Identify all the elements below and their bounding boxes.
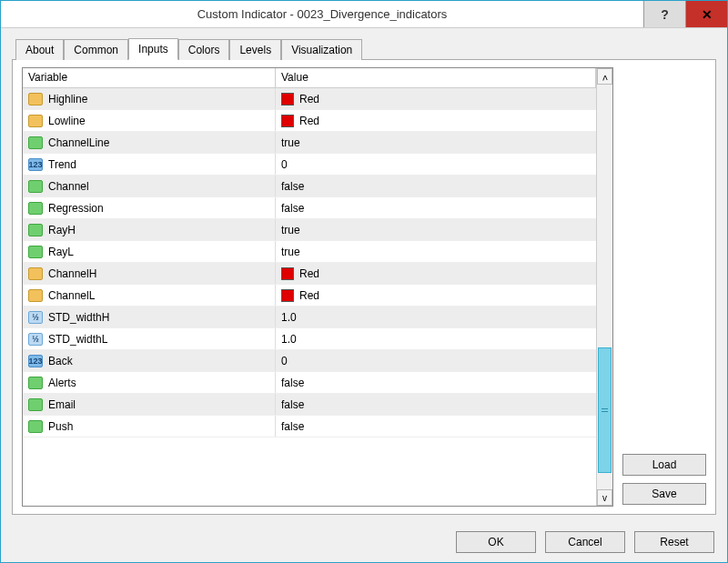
value-cell[interactable]: true <box>276 219 596 240</box>
scroll-track[interactable] <box>597 85 612 489</box>
value-cell[interactable]: false <box>276 372 596 393</box>
table-row[interactable]: 123Back0 <box>23 350 596 372</box>
variable-cell: RayH <box>23 219 276 240</box>
variable-name: Regression <box>48 202 104 215</box>
color-swatch-icon <box>281 93 294 106</box>
color-type-icon <box>28 115 43 127</box>
table-row[interactable]: Pushfalse <box>23 416 596 437</box>
cancel-button[interactable]: Cancel <box>545 531 625 553</box>
value-text: Red <box>299 267 319 280</box>
dialog-body: About Common Inputs Colors Levels Visual… <box>1 28 727 522</box>
variable-name: ChannelL <box>48 289 95 302</box>
scroll-thumb[interactable] <box>598 347 612 473</box>
table-row[interactable]: Emailfalse <box>23 394 596 416</box>
variable-name: RayH <box>48 224 76 236</box>
bool-type-icon <box>28 136 43 149</box>
dialog-footer: OK Cancel Reset <box>1 522 727 562</box>
int-type-icon: 123 <box>28 158 43 171</box>
value-cell[interactable]: false <box>276 176 596 196</box>
column-header-value[interactable]: Value <box>276 68 596 87</box>
variable-cell: ChannelLine <box>23 132 276 153</box>
scroll-up-arrow-icon[interactable]: ʌ <box>597 68 612 85</box>
reset-button[interactable]: Reset <box>634 531 714 553</box>
variable-cell: 123Trend <box>23 154 276 175</box>
value-cell[interactable]: false <box>276 394 596 415</box>
ok-button[interactable]: OK <box>456 531 536 553</box>
value-cell[interactable]: Red <box>276 110 596 131</box>
variable-cell: Regression <box>23 197 276 218</box>
inputs-grid-wrap: Variable Value HighlineRedLowlineRedChan… <box>22 67 613 507</box>
variable-cell: ½STD_widthL <box>23 328 276 349</box>
table-row[interactable]: ChannelLinetrue <box>23 132 596 154</box>
inputs-grid: Variable Value HighlineRedLowlineRedChan… <box>22 67 613 507</box>
value-cell[interactable]: 1.0 <box>276 307 596 327</box>
color-swatch-icon <box>281 267 294 280</box>
scroll-down-arrow-icon[interactable]: v <box>597 489 612 506</box>
close-button[interactable]: ✕ <box>685 1 727 27</box>
value-text: 0 <box>281 355 288 367</box>
value-cell[interactable]: 1.0 <box>276 328 596 349</box>
help-button[interactable]: ? <box>643 1 685 27</box>
tab-inputs[interactable]: Inputs <box>128 38 178 60</box>
bool-type-icon <box>28 246 43 258</box>
color-type-icon <box>28 267 43 280</box>
tab-common[interactable]: Common <box>64 39 128 60</box>
window-title: Custom Indicator - 0023_Divergence_indic… <box>1 7 643 21</box>
load-button[interactable]: Load <box>622 454 706 476</box>
table-row[interactable]: Regressionfalse <box>23 197 596 219</box>
value-text: false <box>281 420 304 433</box>
variable-name: Email <box>48 398 76 411</box>
value-cell[interactable]: false <box>276 197 596 218</box>
variable-name: Push <box>48 420 73 433</box>
tab-colors[interactable]: Colors <box>178 39 230 60</box>
color-type-icon <box>28 93 43 106</box>
variable-cell: 123Back <box>23 350 276 371</box>
vertical-scrollbar[interactable]: ʌ v <box>596 68 612 506</box>
value-cell[interactable]: Red <box>276 88 596 109</box>
column-header-variable[interactable]: Variable <box>23 68 276 87</box>
value-cell[interactable]: Red <box>276 263 596 284</box>
value-cell[interactable]: Red <box>276 285 596 306</box>
value-text: Red <box>299 93 319 106</box>
variable-name: ChannelH <box>48 267 96 280</box>
value-cell[interactable]: false <box>276 416 596 437</box>
double-type-icon: ½ <box>28 333 43 346</box>
value-text: false <box>281 377 304 389</box>
table-row[interactable]: 123Trend0 <box>23 154 596 176</box>
value-text: Red <box>299 289 319 302</box>
grid-body: Variable Value HighlineRedLowlineRedChan… <box>23 68 596 506</box>
variable-cell: Lowline <box>23 110 276 131</box>
value-text: 0 <box>281 158 288 171</box>
variable-cell: RayL <box>23 241 276 262</box>
table-row[interactable]: ChannelHRed <box>23 263 596 285</box>
variable-cell: ChannelL <box>23 285 276 306</box>
double-type-icon: ½ <box>28 311 43 324</box>
value-text: 1.0 <box>281 333 297 346</box>
table-row[interactable]: ½STD_widthH1.0 <box>23 307 596 328</box>
variable-name: Alerts <box>48 377 76 389</box>
value-cell[interactable]: true <box>276 132 596 153</box>
variable-cell: Highline <box>23 88 276 109</box>
table-row[interactable]: Channelfalse <box>23 176 596 197</box>
variable-name: Lowline <box>48 115 86 127</box>
value-text: true <box>281 136 300 149</box>
table-row[interactable]: ½STD_widthL1.0 <box>23 328 596 350</box>
variable-name: ChannelLine <box>48 136 109 149</box>
variable-name: Back <box>48 355 73 367</box>
tab-about[interactable]: About <box>15 39 64 60</box>
table-row[interactable]: ChannelLRed <box>23 285 596 307</box>
variable-cell: Channel <box>23 176 276 196</box>
tab-visualization[interactable]: Visualization <box>281 39 362 60</box>
table-row[interactable]: HighlineRed <box>23 88 596 110</box>
table-row[interactable]: Alertsfalse <box>23 372 596 394</box>
save-button[interactable]: Save <box>622 483 706 505</box>
tab-levels[interactable]: Levels <box>229 39 281 60</box>
table-row[interactable]: RayHtrue <box>23 219 596 241</box>
table-row[interactable]: RayLtrue <box>23 241 596 263</box>
table-row[interactable]: LowlineRed <box>23 110 596 132</box>
variable-cell: Email <box>23 394 276 415</box>
value-cell[interactable]: 0 <box>276 154 596 175</box>
value-cell[interactable]: true <box>276 241 596 262</box>
titlebar-buttons: ? ✕ <box>643 1 727 27</box>
value-cell[interactable]: 0 <box>276 350 596 371</box>
